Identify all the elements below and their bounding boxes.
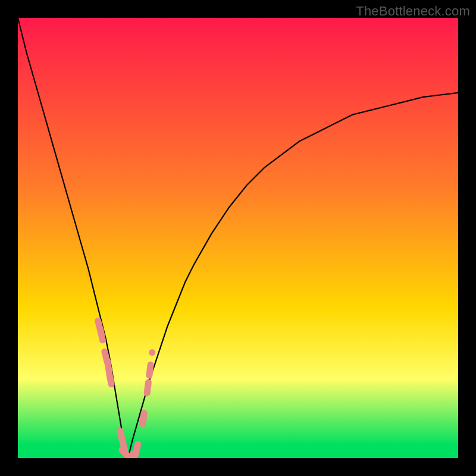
plot-area (18, 18, 458, 458)
marker-segment (101, 330, 103, 340)
curve-path (18, 18, 458, 458)
marker-segment (109, 374, 111, 384)
marker-segment (136, 444, 138, 455)
marker-segment (107, 361, 109, 371)
bottleneck-curve (18, 18, 458, 458)
marker-segment (149, 365, 151, 375)
marker-segment (143, 414, 145, 424)
marker-segment (147, 383, 148, 393)
watermark-text: TheBottleneck.com (356, 4, 470, 19)
chart-frame: TheBottleneck.com (0, 0, 476, 476)
